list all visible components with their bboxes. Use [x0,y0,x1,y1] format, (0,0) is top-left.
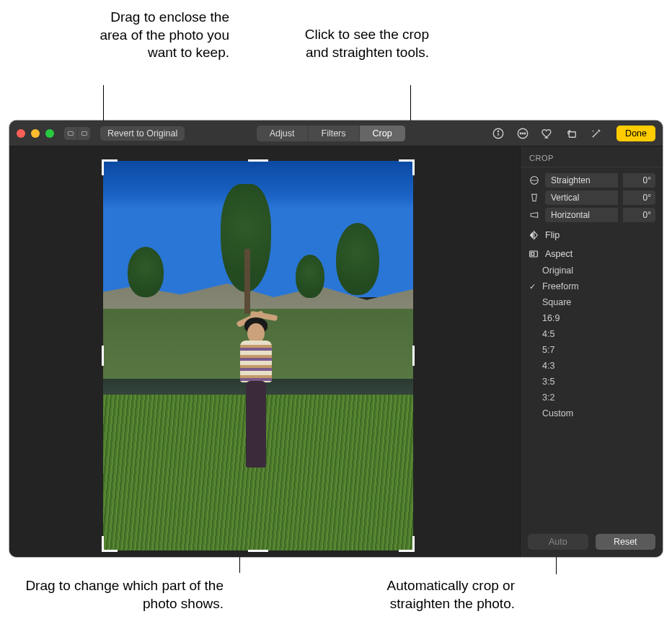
flip-button[interactable]: Flip [521,224,663,242]
reset-button[interactable]: Reset [596,534,656,550]
horizontal-value[interactable]: 0° [622,208,655,222]
aspect-list: Original✓FreeformSquare16:94:55:74:33:53… [521,261,663,423]
view-single-button[interactable] [64,127,77,140]
crop-handle-right[interactable] [412,346,415,366]
vertical-perspective-icon [528,191,541,204]
check-icon: ✓ [529,282,536,291]
aspect-option-label: 16:9 [542,313,560,323]
vertical-value[interactable]: 0° [622,190,655,205]
crop-handle-bottom-left[interactable] [102,536,118,552]
callout-line [410,85,411,121]
favorite-icon[interactable] [540,126,554,141]
aspect-option-label: 4:3 [542,361,554,371]
crop-sidebar: CROP Straighten 0° Vertical 0° Hori [520,146,663,557]
aspect-option[interactable]: 3:2 [521,390,663,405]
aspect-option[interactable]: 16:9 [521,310,663,326]
toolbar-actions [491,126,604,141]
aspect-option-label: 4:5 [542,329,554,339]
aspect-option[interactable]: ✓Freeform [521,278,663,294]
tab-filters[interactable]: Filters [308,126,359,141]
close-window-button[interactable] [17,129,25,138]
info-icon[interactable] [491,126,505,141]
titlebar: Revert to Original Adjust Filters Crop [9,120,663,146]
horizontal-perspective-icon [528,209,541,221]
aspect-option[interactable]: 3:5 [521,374,663,390]
sidebar-header: CROP [521,146,663,167]
auto-button[interactable]: Auto [528,534,588,550]
horizontal-label: Horizontal [545,208,618,222]
aspect-option-label: 3:5 [542,377,554,387]
edit-mode-segmented: Adjust Filters Crop [257,126,405,141]
svg-rect-11 [531,253,534,255]
revert-to-original-button[interactable]: Revert to Original [100,126,185,141]
aspect-option-label: Freeform [542,281,579,291]
canvas-area [9,146,520,557]
view-grid-button[interactable] [77,127,90,140]
svg-point-5 [522,133,523,134]
aspect-option[interactable]: Original [521,263,663,278]
straighten-value[interactable]: 0° [622,173,655,188]
aspect-option[interactable]: Square [521,294,663,310]
window-controls [17,129,54,138]
crop-handle-left[interactable] [102,346,104,366]
editor-body: CROP Straighten 0° Vertical 0° Hori [9,146,663,557]
aspect-option[interactable]: Custom [521,405,663,421]
callout-crop-handle: Drag to enclose the area of the photo yo… [92,9,229,62]
callout-drag-photo: Drag to change which part of the photo s… [22,577,224,613]
aspect-icon [528,248,539,260]
aspect-option[interactable]: 5:7 [521,342,663,358]
svg-rect-7 [569,131,575,137]
tab-adjust[interactable]: Adjust [257,126,308,141]
minimize-window-button[interactable] [31,129,40,138]
crop-handle-bottom[interactable] [248,550,268,552]
crop-handle-top[interactable] [248,159,268,162]
aspect-label: Aspect [545,249,572,259]
flip-icon [528,229,539,241]
more-icon[interactable] [516,126,530,141]
aspect-option-label: Original [542,265,573,276]
crop-handle-top-left[interactable] [102,159,118,175]
svg-point-6 [524,133,526,134]
vertical-label: Vertical [545,190,618,205]
done-button[interactable]: Done [616,126,655,141]
svg-point-2 [498,131,499,131]
sidebar-footer: Auto Reset [521,527,663,557]
aspect-option[interactable]: 4:5 [521,326,663,342]
photos-edit-window: Revert to Original Adjust Filters Crop [9,120,663,557]
aspect-option-label: Square [542,297,571,307]
aspect-option[interactable]: 4:3 [521,358,663,374]
callout-auto: Automatically crop or straighten the pho… [330,577,515,613]
aspect-option-label: Custom [542,408,573,418]
callout-crop-tab: Click to see the crop and straighten too… [285,26,429,61]
photo-image[interactable] [103,161,413,550]
rotate-icon[interactable] [565,126,579,141]
maximize-window-button[interactable] [45,129,54,138]
horizontal-control[interactable]: Horizontal 0° [521,206,663,224]
photo-crop-frame[interactable] [103,161,413,550]
straighten-icon [528,174,541,187]
aspect-group-header[interactable]: Aspect [521,242,663,261]
crop-handle-bottom-right[interactable] [399,536,415,552]
straighten-control[interactable]: Straighten 0° [521,172,663,189]
flip-label: Flip [545,230,560,240]
vertical-control[interactable]: Vertical 0° [521,189,663,206]
crop-handle-top-right[interactable] [399,159,415,175]
auto-enhance-icon[interactable] [589,126,604,141]
view-toggle [64,127,90,140]
tab-crop[interactable]: Crop [359,126,405,141]
straighten-label: Straighten [545,173,618,188]
aspect-option-label: 5:7 [542,345,554,355]
svg-point-4 [520,133,521,134]
aspect-option-label: 3:2 [542,392,554,403]
